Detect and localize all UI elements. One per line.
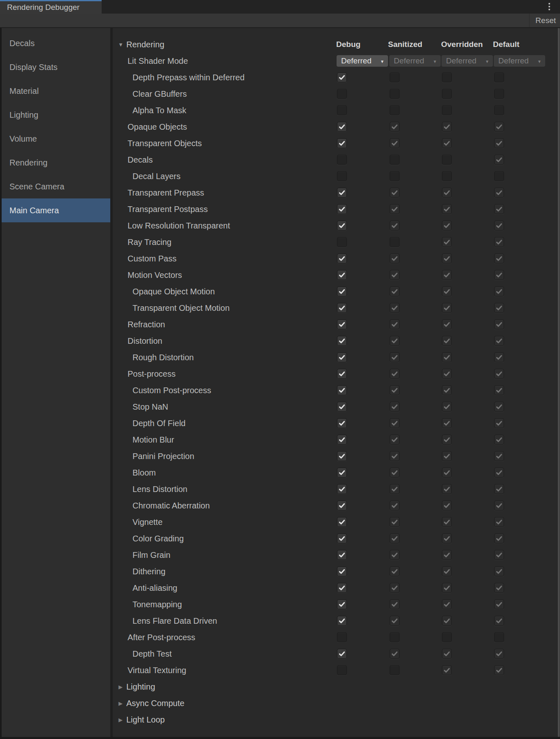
reset-button[interactable]: Reset (529, 14, 560, 27)
debug-checkbox[interactable] (337, 402, 347, 412)
lit-shader-mode-dropdown-debug[interactable]: Deferred ▼ (337, 55, 388, 67)
setting-row-dithering: Dithering (113, 563, 556, 580)
setting-label: Depth Test (132, 649, 172, 659)
checkmark-icon (443, 436, 451, 443)
debug-checkbox[interactable] (337, 385, 347, 395)
dropdown-arrow-icon: ▼ (485, 59, 489, 64)
checkmark-icon (443, 551, 451, 559)
debug-checkbox[interactable] (337, 319, 347, 329)
setting-row-opaque-object-motion: Opaque Object Motion (113, 283, 556, 300)
checkmark-icon (495, 271, 503, 279)
debug-checkbox[interactable] (337, 171, 347, 181)
default-checkbox (494, 451, 504, 461)
checkmark-icon (443, 469, 451, 476)
overridden-checkbox (442, 287, 452, 296)
checkmark-icon (443, 321, 451, 328)
setting-row-anti-aliasing: Anti-aliasing (113, 580, 556, 596)
kebab-menu-icon[interactable] (548, 3, 550, 10)
checkmark-icon (338, 321, 346, 328)
debug-checkbox[interactable] (337, 122, 347, 132)
checkmark-icon (443, 123, 451, 131)
debug-checkbox[interactable] (337, 534, 347, 543)
setting-row-clear-gbuffers: Clear GBuffers (113, 86, 556, 102)
debug-checkbox[interactable] (337, 599, 347, 609)
setting-label: Bloom (132, 468, 156, 478)
tab-rendering-debugger[interactable]: Rendering Debugger (0, 0, 102, 14)
debug-checkbox[interactable] (337, 221, 347, 231)
section-title: Light Loop (126, 715, 165, 725)
sidebar-item-scene-camera[interactable]: Scene Camera (2, 175, 110, 198)
collapsed-section-async-compute[interactable]: ▶Async Compute (113, 695, 556, 711)
setting-row-low-resolution-transparent: Low Resolution Transparent (113, 217, 556, 234)
debug-checkbox[interactable] (337, 287, 347, 296)
debug-checkbox[interactable] (337, 484, 347, 494)
collapsed-section-lighting[interactable]: ▶Lighting (113, 678, 556, 695)
debug-checkbox[interactable] (337, 188, 347, 198)
default-checkbox (494, 616, 504, 626)
overridden-checkbox (442, 171, 452, 181)
checkmark-icon (391, 403, 398, 410)
setting-label: Depth Of Field (132, 419, 186, 428)
debug-checkbox[interactable] (337, 451, 347, 461)
foldout-open-icon[interactable]: ▼ (118, 42, 123, 48)
debug-checkbox[interactable] (337, 550, 347, 560)
debug-checkbox[interactable] (337, 204, 347, 214)
collapsed-section-light-loop[interactable]: ▶Light Loop (113, 711, 556, 728)
overridden-checkbox (442, 566, 452, 576)
debug-checkbox[interactable] (337, 89, 347, 99)
debug-checkbox[interactable] (337, 336, 347, 346)
lit-shader-mode-dropdown-default: Deferred ▼ (494, 55, 545, 67)
debug-checkbox[interactable] (337, 649, 347, 659)
debug-checkbox[interactable] (337, 254, 347, 263)
overridden-checkbox (442, 352, 452, 362)
debug-checkbox[interactable] (337, 418, 347, 428)
sidebar-item-display-stats[interactable]: Display Stats (2, 55, 110, 79)
sidebar-item-main-camera[interactable]: Main Camera (2, 198, 110, 222)
default-checkbox (494, 418, 504, 428)
setting-row-distortion: Distortion (113, 333, 556, 349)
overridden-checkbox (442, 649, 452, 659)
setting-row-bloom: Bloom (113, 464, 556, 481)
debug-checkbox[interactable] (337, 105, 347, 115)
debug-checkbox[interactable] (337, 566, 347, 576)
debug-checkbox[interactable] (337, 138, 347, 148)
sanitized-checkbox (390, 517, 400, 527)
setting-label: Decal Layers (132, 172, 181, 181)
sanitized-checkbox (390, 204, 400, 214)
overridden-checkbox (442, 501, 452, 511)
column-header-overridden: Overridden (441, 40, 483, 49)
checkmark-icon (391, 337, 398, 345)
foldout-closed-icon[interactable]: ▶ (119, 684, 123, 690)
debug-checkbox[interactable] (337, 583, 347, 593)
default-checkbox (494, 204, 504, 214)
sidebar-item-material[interactable]: Material (2, 79, 110, 103)
debug-checkbox[interactable] (337, 72, 347, 82)
debug-checkbox[interactable] (337, 435, 347, 445)
debug-checkbox[interactable] (337, 501, 347, 511)
overridden-checkbox (442, 550, 452, 560)
sidebar-item-rendering[interactable]: Rendering (2, 151, 110, 175)
debug-checkbox[interactable] (337, 616, 347, 626)
foldout-closed-icon[interactable]: ▶ (119, 717, 123, 723)
overridden-checkbox (442, 188, 452, 198)
overridden-checkbox (442, 336, 452, 346)
debug-checkbox[interactable] (337, 270, 347, 280)
debug-checkbox[interactable] (337, 665, 347, 675)
sidebar-item-lighting[interactable]: Lighting (2, 103, 110, 127)
scrollbar[interactable] (558, 28, 560, 737)
debug-checkbox[interactable] (337, 517, 347, 527)
debug-checkbox[interactable] (337, 155, 347, 165)
sidebar-item-decals[interactable]: Decals (2, 31, 110, 55)
debug-checkbox[interactable] (337, 237, 347, 247)
default-checkbox (494, 171, 504, 181)
debug-checkbox[interactable] (337, 468, 347, 478)
debug-checkbox[interactable] (337, 369, 347, 379)
default-checkbox (494, 122, 504, 132)
debug-checkbox[interactable] (337, 352, 347, 362)
section-title[interactable]: Rendering (126, 40, 164, 49)
foldout-closed-icon[interactable]: ▶ (119, 700, 123, 706)
checkmark-icon (443, 650, 451, 657)
debug-checkbox[interactable] (337, 632, 347, 642)
sidebar-item-volume[interactable]: Volume (2, 127, 110, 151)
debug-checkbox[interactable] (337, 303, 347, 313)
